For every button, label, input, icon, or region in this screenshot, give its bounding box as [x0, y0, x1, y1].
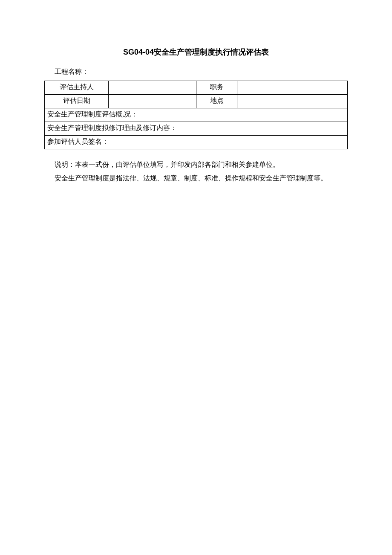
section-row-overview: 安全生产管理制度评估概,况：: [45, 108, 348, 122]
note-line-2: 安全生产管理制度是指法律、法规、规章、制度、标准、操作规程和安全生产管理制度等。: [55, 171, 348, 185]
page-container: SG04-04安全生产管理制度执行情况评估表 工程名称： 评估主持人 职务 评估…: [0, 0, 392, 211]
section-overview-label: 安全生产管理制度评估概,况：: [47, 110, 138, 118]
value-position: [237, 81, 348, 95]
title-text: 安全生产管理制度执行情况评估表: [154, 48, 269, 56]
note-line-1: 说明：本表一式份，由评估单位填写，并印发内部各部门和相关参建单位。: [55, 158, 348, 171]
project-name-label: 工程名称：: [55, 67, 348, 76]
section-signatures-cell: 参加评估人员签名：: [45, 136, 348, 149]
value-evaluation-date: [109, 95, 196, 108]
label-evaluation-date: 评估日期: [45, 95, 109, 108]
label-evaluator-host: 评估主持人: [45, 81, 109, 95]
label-position: 职务: [196, 81, 237, 95]
evaluation-form-table: 评估主持人 职务 评估日期 地点 安全生产管理制度评估概,况： 安全生产管理制度…: [44, 81, 348, 149]
header-row-1: 评估主持人 职务: [45, 81, 348, 95]
value-evaluator-host: [109, 81, 196, 95]
notes-block: 说明：本表一式份，由评估单位填写，并印发内部各部门和相关参建单位。 安全生产管理…: [55, 158, 348, 185]
label-location: 地点: [196, 95, 237, 108]
section-row-revision: 安全生产管理制度拟修订理由及修订内容：: [45, 122, 348, 136]
title-code: SG04-04: [123, 48, 154, 56]
section-row-signatures: 参加评估人员签名：: [45, 136, 348, 149]
header-row-2: 评估日期 地点: [45, 95, 348, 108]
section-signatures-label: 参加评估人员签名：: [47, 138, 109, 145]
value-location: [237, 95, 348, 108]
section-revision-cell: 安全生产管理制度拟修订理由及修订内容：: [45, 122, 348, 136]
section-overview-cell: 安全生产管理制度评估概,况：: [45, 108, 348, 122]
form-title: SG04-04安全生产管理制度执行情况评估表: [44, 47, 348, 57]
section-revision-label: 安全生产管理制度拟修订理由及修订内容：: [47, 124, 177, 131]
